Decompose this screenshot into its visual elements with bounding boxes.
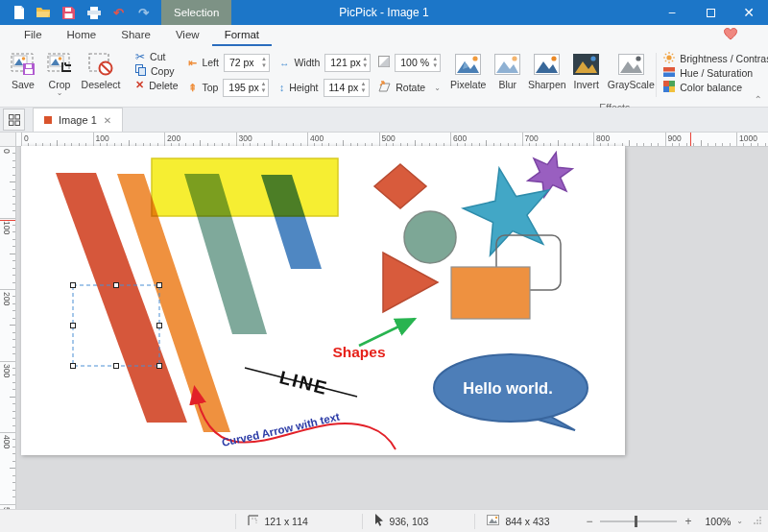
top-input[interactable]: 195 px▲▼ — [223, 79, 269, 97]
effects-group: Pixelate Blur Sharpen — [444, 46, 768, 107]
blur-icon — [494, 51, 520, 77]
quick-access-toolbar: ↶ ↷ ⌄ — [12, 0, 176, 25]
height-arrow-icon: ↕ — [279, 82, 284, 93]
redo-icon[interactable]: ↷ — [136, 6, 151, 20]
document-tab-bar: Image 1 ✕ — [0, 108, 768, 133]
width-arrow-icon: ↔ — [279, 57, 290, 68]
zoom-level[interactable]: 100% ⌄ — [691, 516, 749, 527]
shapes-label: Shapes — [332, 344, 385, 360]
deselect-button[interactable]: Deselect — [78, 48, 124, 90]
v-ruler-cursor-marker — [0, 220, 15, 221]
width-input[interactable]: 121 px▲▼ — [324, 54, 371, 72]
crop-button[interactable]: Crop ⌄ — [41, 48, 78, 96]
invert-icon — [573, 51, 599, 77]
copy-icon — [135, 64, 146, 78]
height-input[interactable]: 114 px▲▼ — [324, 79, 370, 97]
minimize-button[interactable]: – — [653, 0, 691, 25]
undo-icon[interactable]: ↶ — [111, 6, 126, 20]
tab-format[interactable]: Format — [212, 25, 272, 46]
save-icon[interactable] — [61, 6, 76, 20]
grayscale-icon — [618, 51, 644, 77]
purple-star — [528, 153, 572, 197]
cursor-icon — [374, 514, 384, 528]
picpick-window: ↶ ↷ ⌄ Selection PicPick - Image 1 – ✕ Fi… — [0, 0, 768, 532]
selection-group: Save Crop ⌄ Deselect — [0, 46, 129, 107]
canvas-drawing: Shapes LINE Curved Arrow with text Hello… — [21, 146, 625, 455]
left-arrow-icon: ⇤ — [189, 57, 198, 68]
scale-icon — [378, 56, 390, 69]
arrange-windows-icon[interactable] — [3, 109, 25, 131]
selection-size-icon — [248, 515, 259, 528]
pixelate-button[interactable]: Pixelate — [448, 48, 488, 90]
new-file-icon[interactable] — [12, 6, 26, 20]
ribbon-tab-bar: File Home Share View Format — [0, 25, 768, 46]
clipboard-group: ✂ Cut Copy ✕ Delete — [129, 46, 185, 107]
tab-home[interactable]: Home — [55, 25, 109, 46]
top-field: ⇞ Top 195 px▲▼ — [189, 79, 270, 97]
zoom-in-icon[interactable]: + — [684, 515, 691, 528]
tab-share[interactable]: Share — [108, 25, 163, 46]
curved-arrow-label: Curved Arrow with text — [221, 411, 341, 448]
heart-icon[interactable] — [724, 28, 737, 42]
scale-input[interactable]: 100 %▲▼ — [395, 54, 441, 72]
color-balance-button[interactable]: Color balance — [659, 80, 768, 94]
top-spinner[interactable]: ▲▼ — [260, 81, 266, 94]
brightness-contrast-button[interactable]: Brightness / Contrast — [659, 51, 768, 65]
sharpen-button[interactable]: Sharpen — [527, 48, 566, 90]
print-icon[interactable] — [86, 6, 101, 20]
title-bar: ↶ ↷ ⌄ Selection PicPick - Image 1 – ✕ — [0, 0, 768, 25]
crop-dropdown-caret-icon[interactable]: ⌄ — [57, 90, 63, 96]
blur-button[interactable]: Blur — [488, 48, 527, 90]
scissors-icon: ✂ — [135, 50, 145, 63]
zoom-slider-handle[interactable] — [635, 516, 637, 527]
green-circle — [404, 211, 456, 263]
left-spinner[interactable]: ▲▼ — [261, 56, 267, 69]
width-spinner[interactable]: ▲▼ — [362, 56, 368, 69]
invert-button[interactable]: Invert — [566, 48, 606, 90]
document-icon — [44, 116, 52, 124]
resize-grip-icon[interactable] — [753, 516, 762, 527]
close-tab-icon[interactable]: ✕ — [104, 115, 111, 126]
close-button[interactable]: ✕ — [730, 0, 768, 25]
document-tab-image1[interactable]: Image 1 ✕ — [33, 108, 123, 132]
hue-saturation-button[interactable]: Hue / Saturation — [659, 65, 768, 80]
copy-button[interactable]: Copy — [131, 63, 183, 78]
rotate-caret-icon: ⌄ — [434, 84, 441, 92]
hue-bars-icon — [663, 66, 675, 80]
workspace: 01002003004005006007008009001000 0100200… — [0, 133, 768, 509]
height-spinner[interactable]: ▲▼ — [361, 81, 367, 94]
zoom-caret-icon: ⌄ — [736, 517, 743, 525]
canvas[interactable]: Shapes LINE Curved Arrow with text Hello… — [21, 146, 625, 455]
zoom-slider-track[interactable] — [600, 520, 677, 522]
scale-rotate-group: 100 %▲▼ Rotate ⌄ — [374, 46, 444, 107]
adjust-group: Brightness / Contrast Hue / Saturation C… — [657, 48, 768, 97]
deselect-icon — [88, 51, 113, 77]
cut-button[interactable]: ✂ Cut — [131, 49, 183, 63]
maximize-icon — [707, 9, 715, 17]
bubble-label: Hello world. — [463, 379, 553, 397]
h-ruler-cursor-marker — [690, 133, 691, 146]
collapse-ribbon-icon[interactable]: ⌃ — [755, 94, 762, 105]
crop-icon — [47, 51, 72, 77]
sharpen-icon — [534, 51, 560, 77]
pixelate-icon — [455, 51, 481, 77]
tab-view[interactable]: View — [163, 25, 212, 46]
h-ruler: 01002003004005006007008009001000 — [16, 133, 768, 147]
position-size-group: ⇤ Left 72 px▲▼ ↔ Width 121 px▲▼ ⇞ Top 19… — [185, 46, 375, 107]
rotate-button[interactable]: Rotate ⌄ — [378, 81, 441, 94]
width-field: ↔ Width 121 px▲▼ — [279, 54, 371, 72]
zoom-out-icon[interactable]: − — [586, 515, 592, 528]
scale-spinner[interactable]: ▲▼ — [432, 56, 438, 69]
zoom-slider: − + — [586, 515, 691, 528]
color-balance-icon — [663, 81, 675, 94]
save-button[interactable]: Save — [5, 48, 41, 90]
speech-bubble: Hello world. — [434, 354, 588, 430]
maximize-button[interactable] — [691, 0, 730, 25]
grayscale-button[interactable]: GrayScale — [606, 48, 656, 90]
rotate-icon — [378, 81, 391, 94]
delete-button[interactable]: ✕ Delete — [131, 78, 183, 92]
cursor-position-item: 936, 103 — [363, 514, 475, 528]
left-input[interactable]: 72 px▲▼ — [224, 54, 270, 72]
open-folder-icon[interactable] — [36, 6, 51, 20]
tab-file[interactable]: File — [12, 25, 55, 46]
